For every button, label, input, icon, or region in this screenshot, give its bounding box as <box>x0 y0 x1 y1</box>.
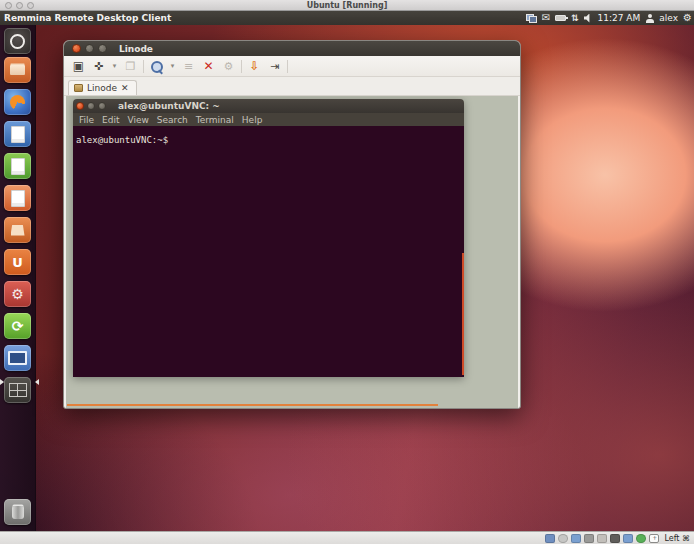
vm-window-title: Ubuntu [Running] <box>307 1 388 10</box>
disconnect-plug-icon[interactable]: ⇥ <box>267 59 282 74</box>
unity-launcher <box>0 25 36 531</box>
preferences-gear-icon[interactable]: ⚙ <box>221 59 236 74</box>
terminal-close-button[interactable] <box>76 102 84 110</box>
toolbar-separator <box>143 60 144 73</box>
fullscreen-icon[interactable]: ▣ <box>71 59 86 74</box>
menu-help[interactable]: Help <box>242 115 263 125</box>
terminal-maximize-button[interactable] <box>98 102 106 110</box>
vnc-redraw-artifact-vertical <box>462 253 464 375</box>
connection-tab-linode[interactable]: Linode ✕ <box>68 80 137 95</box>
vm-window-titlebar: Ubuntu [Running] <box>0 0 694 11</box>
launcher-item-firefox[interactable] <box>4 89 31 115</box>
user-icon[interactable] <box>645 14 654 23</box>
remmina-titlebar[interactable]: Linode <box>64 41 520 56</box>
window-close-button[interactable] <box>72 44 81 53</box>
vnc-redraw-artifact-horizontal <box>67 404 438 406</box>
battery-icon[interactable] <box>555 15 566 21</box>
terminal-menubar: File Edit View Search Terminal Help <box>73 113 464 126</box>
macos-minimize-button[interactable] <box>16 2 23 9</box>
menu-view[interactable]: View <box>128 115 149 125</box>
optical-drives-icon[interactable] <box>558 534 568 543</box>
connection-tab-label: Linode <box>87 83 117 93</box>
macos-zoom-button[interactable] <box>27 2 34 9</box>
usb-icon[interactable] <box>597 534 607 543</box>
window-maximize-button[interactable] <box>98 44 107 53</box>
launcher-item-trash[interactable] <box>4 499 31 525</box>
remmina-tabbar: Linode ✕ <box>64 77 520 96</box>
network-icon[interactable] <box>526 14 537 23</box>
launcher-item-dash-home[interactable] <box>4 28 31 54</box>
terminal-titlebar[interactable]: alex@ubuntuVNC: ~ <box>73 99 464 113</box>
ubuntu-top-panel: Remmina Remote Desktop Client ✉ ⇅ 11:27 … <box>0 11 694 25</box>
host-key-capture-icon[interactable]: ＋ <box>649 534 659 543</box>
shared-folders-icon[interactable] <box>610 534 620 543</box>
virtualbox-statusbar: ＋ Left ⌘ <box>0 531 694 544</box>
username-indicator[interactable]: alex <box>659 13 678 23</box>
network-adapters-icon[interactable] <box>584 534 594 543</box>
toolbar-separator <box>241 60 242 73</box>
launcher-item-software-updater[interactable] <box>4 313 31 339</box>
remmina-window: Linode ▣ ✜ ▾ ❐ ▾ ≡ ✕ ⚙ ⇩ ⇥ Linode ✕ alex… <box>63 40 521 409</box>
menu-search[interactable]: Search <box>157 115 188 125</box>
menu-file[interactable]: File <box>79 115 94 125</box>
terminal-window-title: alex@ubuntuVNC: ~ <box>118 101 220 111</box>
connection-tab-icon <box>74 84 83 92</box>
tools-x-icon[interactable]: ✕ <box>201 59 216 74</box>
launcher-item-system-settings[interactable] <box>4 281 31 307</box>
terminal-window: alex@ubuntuVNC: ~ File Edit View Search … <box>73 99 464 377</box>
remmina-window-title: Linode <box>119 44 153 54</box>
toolbar-separator <box>287 60 288 73</box>
launcher-item-workspace-switcher[interactable] <box>4 377 31 403</box>
screenshot-magnifier-icon[interactable] <box>149 59 164 74</box>
terminal-body[interactable]: alex@ubuntuVNC:~$ <box>73 126 464 377</box>
dropdown-caret-icon[interactable]: ▾ <box>169 59 176 74</box>
scaled-mode-icon[interactable]: ✜ <box>91 59 106 74</box>
shell-prompt: alex@ubuntuVNC:~$ <box>76 135 168 145</box>
launcher-item-software-center[interactable] <box>4 217 31 243</box>
launcher-item-libreoffice-calc[interactable] <box>4 153 31 179</box>
launcher-item-files[interactable] <box>4 57 31 83</box>
remmina-toolbar: ▣ ✜ ▾ ❐ ▾ ≡ ✕ ⚙ ⇩ ⇥ <box>64 56 520 77</box>
focused-indicator-arrow <box>32 379 39 385</box>
macos-close-button[interactable] <box>5 2 12 9</box>
launcher-item-libreoffice-impress[interactable] <box>4 185 31 211</box>
features-icon[interactable] <box>636 534 646 543</box>
host-key-label: Left ⌘ <box>664 534 690 543</box>
running-indicator-arrow <box>0 379 7 385</box>
sync-arrows-icon[interactable]: ⇅ <box>571 14 579 23</box>
grab-keyboard-icon[interactable]: ⇩ <box>247 59 262 74</box>
duplicate-icon[interactable]: ❐ <box>123 59 138 74</box>
menu-terminal[interactable]: Terminal <box>196 115 234 125</box>
hard-disks-icon[interactable] <box>545 534 555 543</box>
vnc-viewport[interactable]: alex@ubuntuVNC: ~ File Edit View Search … <box>66 96 518 408</box>
audio-icon[interactable] <box>571 534 581 543</box>
launcher-item-libreoffice-writer[interactable] <box>4 121 31 147</box>
dropdown-caret-icon[interactable]: ▾ <box>111 59 118 74</box>
indicator-area: ✉ ⇅ 11:27 AM alex ⚙ <box>526 11 692 25</box>
menu-edit[interactable]: Edit <box>102 115 119 125</box>
display-icon[interactable] <box>623 534 633 543</box>
launcher-item-ubuntu-one[interactable] <box>4 249 31 275</box>
macos-traffic-lights <box>5 2 34 9</box>
resize-lines-icon[interactable]: ≡ <box>181 59 196 74</box>
terminal-minimize-button[interactable] <box>87 102 95 110</box>
volume-icon[interactable] <box>584 14 593 23</box>
session-gear-icon[interactable]: ⚙ <box>683 13 692 23</box>
window-minimize-button[interactable] <box>85 44 94 53</box>
tab-close-icon[interactable]: ✕ <box>121 83 129 93</box>
mail-icon[interactable]: ✉ <box>542 13 550 23</box>
active-app-title: Remmina Remote Desktop Client <box>0 13 171 23</box>
clock-indicator[interactable]: 11:27 AM <box>598 13 641 23</box>
launcher-item-remmina[interactable] <box>4 345 31 371</box>
